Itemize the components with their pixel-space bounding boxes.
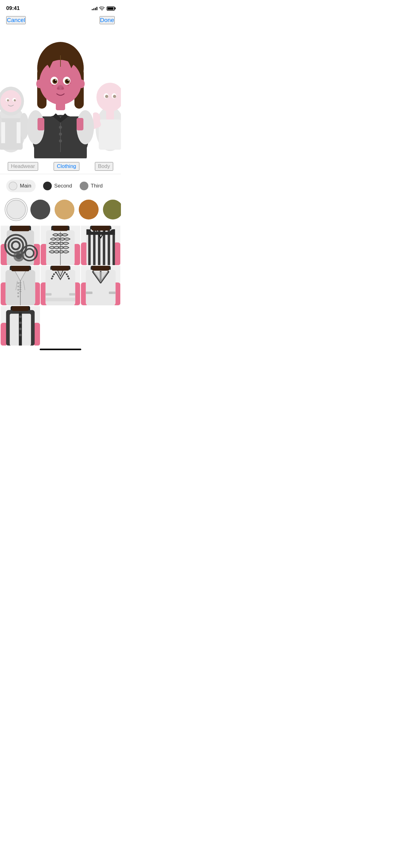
color-option-white[interactable] [6, 199, 26, 219]
svg-point-124 [53, 274, 55, 275]
color-type-second-label: Second [54, 183, 72, 189]
clothing-item-6[interactable] [81, 266, 120, 305]
svg-point-153 [19, 334, 22, 336]
color-option-olive[interactable] [103, 199, 121, 219]
svg-point-126 [51, 278, 53, 280]
svg-rect-103 [21, 285, 22, 286]
svg-rect-25 [37, 118, 44, 130]
battery-icon [107, 6, 115, 10]
svg-point-46 [57, 87, 60, 90]
svg-point-112 [18, 289, 19, 291]
svg-point-23 [59, 132, 62, 136]
svg-rect-100 [20, 282, 21, 283]
clothing-item-4[interactable] [1, 266, 40, 305]
svg-point-58 [113, 95, 116, 98]
svg-rect-5 [17, 122, 21, 143]
status-icons [92, 6, 115, 10]
svg-point-73 [16, 253, 22, 259]
svg-rect-108 [20, 291, 21, 292]
svg-point-150 [19, 315, 22, 318]
svg-rect-52 [99, 120, 121, 150]
color-option-dark-gray[interactable] [30, 199, 50, 219]
status-bar: 09:41 [0, 0, 121, 15]
avatar-main [23, 34, 98, 158]
clothing-item-1[interactable] [1, 226, 40, 265]
svg-point-30 [50, 83, 51, 84]
color-type-selector: Main Second Third [0, 174, 121, 196]
svg-point-28 [52, 85, 54, 86]
clothing-grid [0, 225, 121, 346]
svg-rect-107 [21, 289, 22, 290]
color-swatch-main [9, 182, 18, 190]
svg-rect-26 [76, 118, 84, 130]
color-swatch-second [43, 182, 52, 190]
svg-rect-142 [92, 266, 109, 271]
tab-body[interactable]: Body [95, 162, 113, 171]
color-swatch-third [80, 182, 88, 190]
svg-point-127 [64, 272, 66, 274]
svg-point-22 [59, 126, 62, 129]
svg-rect-101 [21, 282, 22, 283]
svg-rect-117 [11, 266, 29, 271]
tabs-container: Headwear Clothing Body [0, 158, 121, 174]
svg-point-31 [68, 85, 69, 86]
svg-point-50 [78, 80, 85, 88]
svg-point-57 [105, 95, 108, 98]
svg-point-129 [67, 276, 69, 278]
svg-rect-81 [53, 226, 68, 231]
svg-rect-154 [12, 306, 29, 311]
svg-point-152 [19, 328, 22, 330]
color-type-main[interactable]: Main [6, 180, 36, 192]
svg-point-151 [19, 321, 22, 324]
svg-rect-74 [11, 226, 29, 231]
svg-point-114 [18, 296, 19, 298]
svg-point-113 [18, 292, 19, 294]
svg-rect-134 [52, 266, 69, 271]
svg-point-10 [7, 99, 9, 101]
svg-rect-133 [69, 293, 75, 296]
color-type-second[interactable]: Second [43, 182, 72, 190]
svg-point-128 [66, 274, 68, 275]
svg-rect-106 [20, 289, 21, 290]
svg-point-111 [18, 286, 19, 287]
color-option-brown[interactable] [79, 199, 99, 219]
avatar-preview-area [0, 28, 121, 158]
done-button[interactable]: Done [100, 16, 115, 24]
tab-headwear[interactable]: Headwear [8, 162, 38, 171]
svg-point-54 [96, 83, 121, 112]
svg-point-49 [36, 80, 42, 88]
svg-point-7 [0, 90, 22, 112]
svg-rect-93 [92, 226, 110, 231]
svg-point-33 [70, 83, 71, 84]
svg-rect-104 [20, 287, 21, 288]
clothing-item-3[interactable] [81, 226, 120, 265]
tab-clothing[interactable]: Clothing [54, 162, 79, 171]
clothing-item-5[interactable] [41, 266, 80, 305]
svg-rect-102 [20, 285, 21, 286]
svg-point-47 [61, 87, 64, 90]
svg-point-44 [68, 80, 69, 81]
svg-rect-53 [106, 110, 114, 120]
color-type-third[interactable]: Third [80, 182, 103, 190]
svg-point-43 [55, 80, 57, 81]
svg-rect-132 [45, 293, 52, 296]
clothing-item-2[interactable] [41, 226, 80, 265]
status-time: 09:41 [6, 5, 20, 11]
svg-point-110 [18, 282, 19, 284]
home-indicator-area [0, 346, 121, 351]
tabs: Headwear Clothing Body [0, 158, 121, 174]
svg-rect-141 [109, 292, 116, 294]
wifi-icon [99, 6, 105, 10]
svg-point-11 [14, 99, 16, 101]
color-palette [0, 196, 121, 225]
svg-rect-105 [21, 287, 22, 288]
svg-rect-4 [1, 122, 5, 143]
color-type-third-label: Third [91, 183, 103, 189]
svg-point-125 [52, 276, 54, 278]
svg-rect-131 [45, 298, 75, 302]
cancel-button[interactable]: Cancel [6, 16, 26, 24]
clothing-item-7[interactable] [1, 306, 40, 345]
signal-icon [92, 6, 97, 10]
color-option-tan[interactable] [55, 199, 74, 219]
svg-point-123 [55, 272, 57, 274]
